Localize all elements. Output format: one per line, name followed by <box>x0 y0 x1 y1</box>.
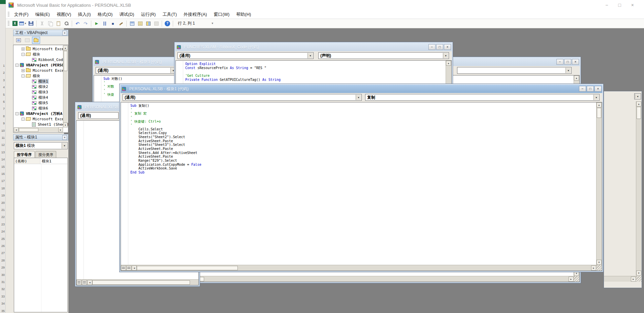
procedure-combo[interactable]: 复制 ▼ <box>365 94 600 101</box>
cut-button[interactable] <box>38 20 46 27</box>
code-line[interactable]: Sheets("Sheet2").Select <box>130 135 602 139</box>
code-line[interactable]: ' <box>130 116 602 120</box>
insert-userform-button[interactable]: ▼ <box>19 20 27 27</box>
expand-icon[interactable]: + <box>22 69 25 72</box>
menu-编辑E[interactable]: 编辑(E) <box>32 11 53 18</box>
scroll-down-icon[interactable]: ▼ <box>63 123 68 127</box>
window-title-bar[interactable]: FUNCRES.XLAM - RibbonX_Code (代码) − □ × <box>175 43 452 51</box>
paste-button[interactable] <box>55 20 62 27</box>
scroll-up-icon[interactable]: ▲ <box>574 75 579 81</box>
resize-grip[interactable] <box>596 265 602 271</box>
code-line[interactable]: Application.CutCopyMode = False <box>130 163 602 167</box>
chevron-down-icon[interactable]: ▼ <box>566 68 571 73</box>
menu-文件F[interactable]: 文件(F) <box>11 11 32 18</box>
restore-button[interactable]: □ <box>564 59 571 65</box>
tree-item[interactable]: -Microsoft Excel 对 <box>13 116 68 122</box>
maximize-button[interactable]: □ <box>618 2 621 8</box>
hidden-code-window-edge[interactable]: ▼ ▲ ▼ ► <box>604 91 642 288</box>
collapse-icon[interactable]: - <box>22 118 25 121</box>
collapse-icon[interactable]: - <box>15 112 19 115</box>
find-button[interactable] <box>63 20 70 27</box>
menu-窗口W[interactable]: 窗口(W) <box>210 11 233 18</box>
scroll-right-icon[interactable]: ► <box>569 277 574 282</box>
tree-item[interactable]: -模块 <box>13 52 68 57</box>
menu-帮助H[interactable]: 帮助(H) <box>233 11 254 18</box>
scrollbar-thumb[interactable] <box>597 108 601 118</box>
scrollbar-thumb[interactable] <box>92 280 190 285</box>
minimize-button[interactable]: − <box>579 86 586 92</box>
tree-horizontal-scrollbar[interactable]: ◄ ► <box>14 127 63 132</box>
chevron-down-icon[interactable]: ▼ <box>635 94 640 99</box>
resize-grip[interactable] <box>574 276 579 282</box>
reset-button[interactable]: ■ <box>109 20 117 27</box>
project-panel-title[interactable]: 工程 - VBAProject × <box>13 30 68 36</box>
object-browser-button[interactable] <box>144 20 152 27</box>
minimize-button[interactable]: − <box>428 44 436 50</box>
code-line[interactable]: ' <box>130 123 602 127</box>
menu-插入I[interactable]: 插入(I) <box>74 11 94 18</box>
window-title-bar[interactable]: PERSONAL.XLSB - 模块1 (代码) − □ × <box>121 85 602 93</box>
scroll-up-icon[interactable]: ▲ <box>446 61 451 66</box>
tree-item[interactable]: 模块1 <box>13 79 68 84</box>
scroll-up-icon[interactable]: ▲ <box>636 101 641 106</box>
code-line[interactable] <box>185 70 451 74</box>
menu-工具T[interactable]: 工具(T) <box>159 11 180 18</box>
code-line[interactable]: Sheets.Add After:=ActiveSheet <box>130 151 602 155</box>
scroll-up-icon[interactable]: ▲ <box>63 45 68 50</box>
menu-调试D[interactable]: 调试(D) <box>116 11 137 18</box>
code-line[interactable]: Option Explicit <box>185 62 451 66</box>
run-button[interactable]: ▶ <box>93 20 100 27</box>
chevron-down-icon[interactable]: ▼ <box>593 95 599 100</box>
scroll-down-icon[interactable]: ▼ <box>597 260 602 265</box>
expand-icon[interactable]: + <box>22 48 25 51</box>
object-selector-combo[interactable]: 模块1 模块 ▼ <box>14 142 68 149</box>
menu-视图V[interactable]: 视图(V) <box>53 11 74 18</box>
object-combo[interactable]: (通用) ▼ <box>96 67 176 74</box>
menu-运行R[interactable]: 运行(R) <box>137 11 159 18</box>
toolbox-button[interactable] <box>153 20 160 27</box>
chevron-down-icon[interactable]: ▼ <box>308 53 313 58</box>
module-view-button[interactable] <box>82 280 87 285</box>
horizontal-scrollbar[interactable]: ◄ ► <box>121 265 596 271</box>
resize-grip[interactable] <box>636 276 642 282</box>
chevron-down-icon[interactable]: ▼ <box>356 95 361 100</box>
vertical-scrollbar[interactable]: ▲ ▼ <box>596 102 602 265</box>
undo-button[interactable]: ↶ <box>74 20 81 27</box>
collapse-icon[interactable]: - <box>22 53 25 56</box>
minimize-button[interactable]: − <box>605 2 608 8</box>
menu-外接程序A[interactable]: 外接程序(A) <box>180 11 210 18</box>
project-explorer-button[interactable] <box>128 20 136 27</box>
code-line[interactable]: Const sResourcePrefix As String = "RES " <box>185 66 451 70</box>
collapse-icon[interactable]: - <box>22 74 25 77</box>
chevron-down-icon[interactable]: ▼ <box>443 53 448 58</box>
module-view-button[interactable] <box>126 265 131 271</box>
tree-item[interactable]: 模块6 <box>13 105 68 111</box>
tree-item[interactable]: -模块 <box>13 73 68 79</box>
code-line[interactable]: End Sub <box>130 170 602 175</box>
toolbar-grip[interactable] <box>8 21 9 26</box>
tree-item[interactable]: +Microsoft Excel 对 <box>13 68 68 73</box>
save-button[interactable] <box>27 20 35 27</box>
minimize-button[interactable]: − <box>556 59 564 65</box>
properties-panel-title[interactable]: 属性 - 模块1 × <box>13 134 68 140</box>
scroll-right-icon[interactable]: ► <box>631 277 636 282</box>
close-button[interactable]: × <box>631 2 634 8</box>
object-combo[interactable]: (通用) <box>78 112 119 119</box>
property-value[interactable]: 模块1 <box>40 158 67 164</box>
code-line[interactable]: ActiveSheet.Paste <box>130 155 602 159</box>
object-combo[interactable]: (通用) ▼ <box>178 52 314 59</box>
procedure-combo[interactable]: (声明) ▼ <box>318 52 449 59</box>
code-line[interactable]: Sheets("Sheet3").Select <box>130 143 602 147</box>
close-icon[interactable]: × <box>444 44 451 50</box>
procedure-view-button[interactable] <box>76 280 82 285</box>
code-line[interactable]: ActiveWorkbook.Save <box>130 166 602 170</box>
scroll-up-icon[interactable]: ▲ <box>597 102 602 107</box>
code-line[interactable]: 'Get Culture <box>185 74 451 78</box>
scrollbar-thumb[interactable] <box>64 51 67 71</box>
code-line[interactable]: ' 复制 宏 <box>130 112 602 116</box>
scroll-right-icon[interactable]: ► <box>591 265 596 271</box>
menu-grip[interactable] <box>8 12 9 17</box>
object-combo[interactable]: (通用) ▼ <box>123 94 362 101</box>
close-icon[interactable]: × <box>62 31 67 35</box>
code-line[interactable]: Cells.Select <box>130 127 602 131</box>
